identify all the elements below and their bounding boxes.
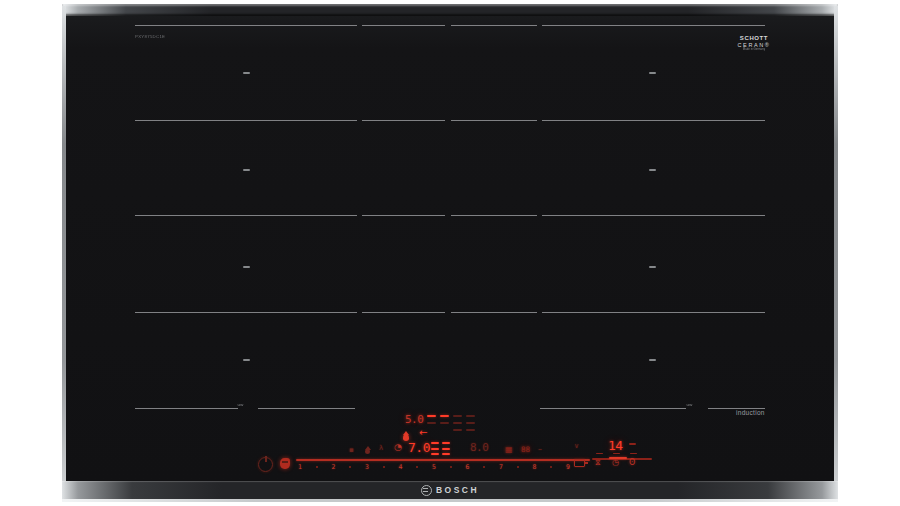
zone-boundary-line xyxy=(362,215,445,216)
slider-level-8[interactable]: 8 xyxy=(532,463,536,471)
zone-boundary-line xyxy=(542,25,765,26)
pan-position-mark xyxy=(243,72,250,74)
zone-boundary-line xyxy=(451,215,537,216)
keep-warm-icon[interactable] xyxy=(365,449,370,454)
pan-position-mark xyxy=(649,266,656,268)
power-level-slider[interactable]: 123456789 xyxy=(298,462,570,472)
slider-dot xyxy=(550,466,552,468)
zone-boundary-line xyxy=(135,312,357,313)
timer-mark-3 xyxy=(630,453,637,454)
power-button[interactable] xyxy=(258,457,273,472)
slider-level-6[interactable]: 6 xyxy=(465,463,469,471)
zone-boundary-line xyxy=(258,408,355,409)
pan-position-mark xyxy=(243,266,250,268)
rear-level-bars xyxy=(427,415,436,417)
bottom-trim-edge xyxy=(62,499,838,502)
bosch-wordmark: BOSCH xyxy=(436,485,479,495)
bosch-emblem-icon xyxy=(421,485,432,496)
product-photo: PXY875DC1E SCHOTT CERAN® Made in Germany… xyxy=(0,0,900,506)
slider-dot xyxy=(383,466,385,468)
rear-level-bars xyxy=(440,415,449,417)
pan-position-mark xyxy=(649,169,656,171)
bosch-logo: BOSCH xyxy=(62,482,838,498)
zone-boundary-line xyxy=(362,120,445,121)
front-level-bars xyxy=(442,442,450,444)
slider-dot xyxy=(483,466,485,468)
top-trim xyxy=(62,4,838,16)
chevron-down-icon[interactable]: ∨ xyxy=(574,442,579,450)
pan-position-mark xyxy=(649,72,656,74)
pan-position-mark xyxy=(243,359,250,361)
front-level-bars xyxy=(442,448,450,450)
slider-dot xyxy=(450,466,452,468)
timer-mark-right xyxy=(629,443,636,445)
rear-level-bars xyxy=(427,422,436,424)
wipe-protection-icon xyxy=(282,461,288,463)
flex-zone-marker-left: uw xyxy=(238,401,244,406)
slider-level-9[interactable]: 9 xyxy=(566,463,570,471)
heat-dial-icon: ◔ xyxy=(394,442,402,452)
zone-right-level-display: 8.0 xyxy=(470,441,488,454)
zone-front-level-display: 7.0 xyxy=(408,440,430,455)
egg-timer-icon[interactable]: ⧖ xyxy=(595,458,601,468)
slider-track[interactable] xyxy=(296,459,590,461)
rear-level-bars xyxy=(453,422,462,424)
schott-logo-line1: SCHOTT xyxy=(734,35,774,42)
zone-boundary-line xyxy=(451,25,537,26)
zone-boundary-line xyxy=(135,120,357,121)
slider-level-7[interactable]: 7 xyxy=(499,463,503,471)
zone-boundary-line xyxy=(135,408,238,409)
zone-boundary-line xyxy=(542,120,765,121)
power-icon xyxy=(265,456,267,462)
induction-label: induction xyxy=(736,409,765,416)
zone-boundary-line xyxy=(542,215,765,216)
flex-grid-icon[interactable]: ▦ xyxy=(505,445,513,454)
zone-boundary-line xyxy=(451,312,537,313)
zone-boundary-line xyxy=(362,25,445,26)
aux-segment-display: 88 xyxy=(521,445,530,454)
wipe-protection-button[interactable] xyxy=(280,458,290,469)
zone-boundary-line xyxy=(540,408,686,409)
slider-dot xyxy=(416,466,418,468)
left-trim xyxy=(62,6,66,500)
zone-rear-level-display: 5.0 xyxy=(405,413,423,426)
rear-level-bars xyxy=(466,422,475,424)
zone-boundary-line xyxy=(542,312,765,313)
pan-handle xyxy=(584,462,588,464)
glass-surface xyxy=(66,16,834,481)
dash-icon: – xyxy=(538,445,542,454)
model-number: PXY875DC1E xyxy=(135,34,165,38)
rear-level-bars xyxy=(453,415,462,417)
front-level-bars xyxy=(442,453,450,455)
slider-level-1[interactable]: 1 xyxy=(298,463,302,471)
timer-mark-2 xyxy=(613,453,620,454)
zone-boundary-line xyxy=(451,120,537,121)
flex-zone-marker-right: uw xyxy=(687,401,693,406)
slider-level-3[interactable]: 3 xyxy=(365,463,369,471)
slider-dot xyxy=(349,466,351,468)
rear-level-bars xyxy=(440,422,449,424)
slider-level-4[interactable]: 4 xyxy=(398,463,402,471)
timer-mark-1 xyxy=(596,453,603,454)
pan-detection-icon xyxy=(574,459,585,467)
slider-level-2[interactable]: 2 xyxy=(331,463,335,471)
cook-clock-icon[interactable]: ◷ xyxy=(612,458,619,467)
pan-position-mark xyxy=(649,359,656,361)
pan-position-mark xyxy=(243,169,250,171)
pause-icon[interactable]: ▪ xyxy=(349,446,354,454)
front-level-bars xyxy=(431,453,439,455)
slider-level-5[interactable]: 5 xyxy=(432,463,436,471)
zone-boundary-line xyxy=(362,312,445,313)
zone-boundary-line xyxy=(135,25,357,26)
stopwatch-icon[interactable]: ʘ xyxy=(629,458,635,467)
front-level-bars xyxy=(431,448,439,450)
slider-dot xyxy=(316,466,318,468)
front-level-bars xyxy=(431,442,439,444)
chef-icon[interactable]: λ xyxy=(379,444,383,452)
timer-display: 14 xyxy=(608,438,623,453)
zone-boundary-line xyxy=(135,215,357,216)
right-trim xyxy=(834,6,838,500)
transfer-arrow-icon: ← xyxy=(419,427,427,438)
schott-ceran-logo: SCHOTT CERAN® Made in Germany xyxy=(734,35,774,53)
rear-level-bars xyxy=(466,415,475,417)
